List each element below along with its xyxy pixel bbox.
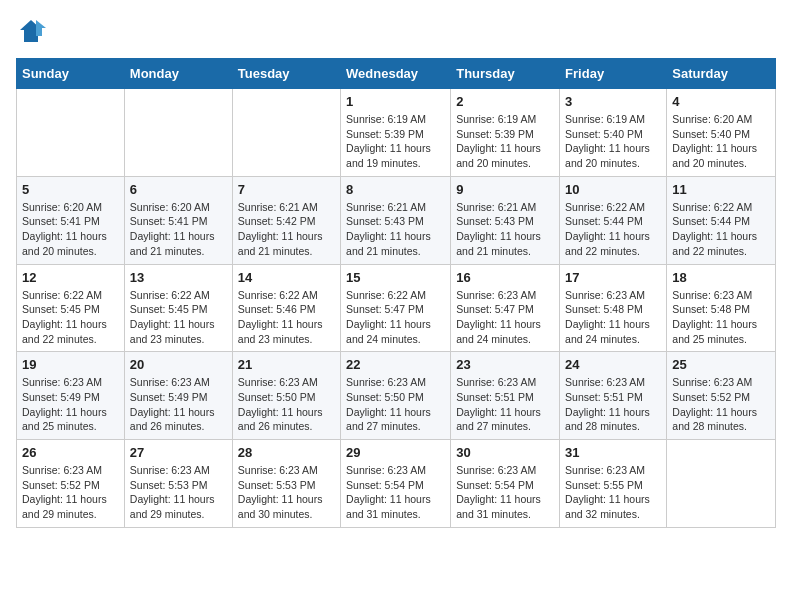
day-number: 25: [672, 357, 770, 372]
calendar-cell: 19Sunrise: 6:23 AM Sunset: 5:49 PM Dayli…: [17, 352, 125, 440]
day-number: 3: [565, 94, 661, 109]
calendar-cell: 31Sunrise: 6:23 AM Sunset: 5:55 PM Dayli…: [560, 440, 667, 528]
day-info: Sunrise: 6:23 AM Sunset: 5:53 PM Dayligh…: [130, 463, 227, 522]
day-number: 18: [672, 270, 770, 285]
calendar-cell: 14Sunrise: 6:22 AM Sunset: 5:46 PM Dayli…: [232, 264, 340, 352]
weekday-header-saturday: Saturday: [667, 59, 776, 89]
calendar-cell: 8Sunrise: 6:21 AM Sunset: 5:43 PM Daylig…: [341, 176, 451, 264]
day-number: 5: [22, 182, 119, 197]
calendar-cell: 10Sunrise: 6:22 AM Sunset: 5:44 PM Dayli…: [560, 176, 667, 264]
calendar-week-row: 12Sunrise: 6:22 AM Sunset: 5:45 PM Dayli…: [17, 264, 776, 352]
weekday-header-monday: Monday: [124, 59, 232, 89]
day-info: Sunrise: 6:23 AM Sunset: 5:48 PM Dayligh…: [565, 288, 661, 347]
weekday-header-wednesday: Wednesday: [341, 59, 451, 89]
day-info: Sunrise: 6:23 AM Sunset: 5:48 PM Dayligh…: [672, 288, 770, 347]
calendar-cell: 15Sunrise: 6:22 AM Sunset: 5:47 PM Dayli…: [341, 264, 451, 352]
day-info: Sunrise: 6:22 AM Sunset: 5:47 PM Dayligh…: [346, 288, 445, 347]
day-info: Sunrise: 6:23 AM Sunset: 5:55 PM Dayligh…: [565, 463, 661, 522]
day-number: 31: [565, 445, 661, 460]
day-number: 4: [672, 94, 770, 109]
calendar-cell: [17, 89, 125, 177]
calendar-cell: 27Sunrise: 6:23 AM Sunset: 5:53 PM Dayli…: [124, 440, 232, 528]
calendar-cell: 3Sunrise: 6:19 AM Sunset: 5:40 PM Daylig…: [560, 89, 667, 177]
day-number: 23: [456, 357, 554, 372]
weekday-header-friday: Friday: [560, 59, 667, 89]
day-info: Sunrise: 6:23 AM Sunset: 5:50 PM Dayligh…: [238, 375, 335, 434]
day-info: Sunrise: 6:23 AM Sunset: 5:52 PM Dayligh…: [672, 375, 770, 434]
day-number: 20: [130, 357, 227, 372]
day-info: Sunrise: 6:23 AM Sunset: 5:50 PM Dayligh…: [346, 375, 445, 434]
day-info: Sunrise: 6:21 AM Sunset: 5:42 PM Dayligh…: [238, 200, 335, 259]
calendar-cell: 22Sunrise: 6:23 AM Sunset: 5:50 PM Dayli…: [341, 352, 451, 440]
day-number: 6: [130, 182, 227, 197]
logo: [16, 16, 48, 46]
calendar-cell: 9Sunrise: 6:21 AM Sunset: 5:43 PM Daylig…: [451, 176, 560, 264]
calendar-cell: 20Sunrise: 6:23 AM Sunset: 5:49 PM Dayli…: [124, 352, 232, 440]
calendar-week-row: 26Sunrise: 6:23 AM Sunset: 5:52 PM Dayli…: [17, 440, 776, 528]
day-number: 21: [238, 357, 335, 372]
calendar-cell: [124, 89, 232, 177]
calendar-cell: 2Sunrise: 6:19 AM Sunset: 5:39 PM Daylig…: [451, 89, 560, 177]
calendar-cell: 11Sunrise: 6:22 AM Sunset: 5:44 PM Dayli…: [667, 176, 776, 264]
day-info: Sunrise: 6:20 AM Sunset: 5:41 PM Dayligh…: [130, 200, 227, 259]
day-info: Sunrise: 6:23 AM Sunset: 5:49 PM Dayligh…: [22, 375, 119, 434]
day-number: 28: [238, 445, 335, 460]
calendar-cell: 16Sunrise: 6:23 AM Sunset: 5:47 PM Dayli…: [451, 264, 560, 352]
calendar-cell: 5Sunrise: 6:20 AM Sunset: 5:41 PM Daylig…: [17, 176, 125, 264]
day-number: 30: [456, 445, 554, 460]
day-info: Sunrise: 6:23 AM Sunset: 5:51 PM Dayligh…: [456, 375, 554, 434]
calendar-cell: 21Sunrise: 6:23 AM Sunset: 5:50 PM Dayli…: [232, 352, 340, 440]
calendar-cell: 7Sunrise: 6:21 AM Sunset: 5:42 PM Daylig…: [232, 176, 340, 264]
day-number: 2: [456, 94, 554, 109]
day-number: 24: [565, 357, 661, 372]
calendar-cell: 29Sunrise: 6:23 AM Sunset: 5:54 PM Dayli…: [341, 440, 451, 528]
day-info: Sunrise: 6:23 AM Sunset: 5:47 PM Dayligh…: [456, 288, 554, 347]
calendar-cell: 1Sunrise: 6:19 AM Sunset: 5:39 PM Daylig…: [341, 89, 451, 177]
day-info: Sunrise: 6:23 AM Sunset: 5:54 PM Dayligh…: [456, 463, 554, 522]
day-number: 17: [565, 270, 661, 285]
day-number: 22: [346, 357, 445, 372]
calendar-week-row: 5Sunrise: 6:20 AM Sunset: 5:41 PM Daylig…: [17, 176, 776, 264]
calendar-cell: 18Sunrise: 6:23 AM Sunset: 5:48 PM Dayli…: [667, 264, 776, 352]
calendar-cell: 12Sunrise: 6:22 AM Sunset: 5:45 PM Dayli…: [17, 264, 125, 352]
day-info: Sunrise: 6:19 AM Sunset: 5:40 PM Dayligh…: [565, 112, 661, 171]
day-info: Sunrise: 6:23 AM Sunset: 5:54 PM Dayligh…: [346, 463, 445, 522]
calendar-table: SundayMondayTuesdayWednesdayThursdayFrid…: [16, 58, 776, 528]
day-number: 13: [130, 270, 227, 285]
day-number: 8: [346, 182, 445, 197]
calendar-week-row: 1Sunrise: 6:19 AM Sunset: 5:39 PM Daylig…: [17, 89, 776, 177]
day-info: Sunrise: 6:22 AM Sunset: 5:45 PM Dayligh…: [22, 288, 119, 347]
day-info: Sunrise: 6:23 AM Sunset: 5:53 PM Dayligh…: [238, 463, 335, 522]
day-number: 12: [22, 270, 119, 285]
day-info: Sunrise: 6:22 AM Sunset: 5:46 PM Dayligh…: [238, 288, 335, 347]
calendar-cell: 13Sunrise: 6:22 AM Sunset: 5:45 PM Dayli…: [124, 264, 232, 352]
day-number: 1: [346, 94, 445, 109]
day-number: 15: [346, 270, 445, 285]
day-number: 14: [238, 270, 335, 285]
day-info: Sunrise: 6:23 AM Sunset: 5:51 PM Dayligh…: [565, 375, 661, 434]
weekday-header-row: SundayMondayTuesdayWednesdayThursdayFrid…: [17, 59, 776, 89]
calendar-cell: [667, 440, 776, 528]
calendar-cell: 6Sunrise: 6:20 AM Sunset: 5:41 PM Daylig…: [124, 176, 232, 264]
day-info: Sunrise: 6:19 AM Sunset: 5:39 PM Dayligh…: [346, 112, 445, 171]
day-info: Sunrise: 6:19 AM Sunset: 5:39 PM Dayligh…: [456, 112, 554, 171]
day-info: Sunrise: 6:23 AM Sunset: 5:49 PM Dayligh…: [130, 375, 227, 434]
calendar-cell: 24Sunrise: 6:23 AM Sunset: 5:51 PM Dayli…: [560, 352, 667, 440]
calendar-cell: 25Sunrise: 6:23 AM Sunset: 5:52 PM Dayli…: [667, 352, 776, 440]
day-info: Sunrise: 6:21 AM Sunset: 5:43 PM Dayligh…: [456, 200, 554, 259]
svg-marker-1: [36, 20, 46, 36]
calendar-cell: 17Sunrise: 6:23 AM Sunset: 5:48 PM Dayli…: [560, 264, 667, 352]
day-number: 7: [238, 182, 335, 197]
calendar-cell: 30Sunrise: 6:23 AM Sunset: 5:54 PM Dayli…: [451, 440, 560, 528]
day-info: Sunrise: 6:23 AM Sunset: 5:52 PM Dayligh…: [22, 463, 119, 522]
day-number: 29: [346, 445, 445, 460]
day-number: 19: [22, 357, 119, 372]
calendar-cell: [232, 89, 340, 177]
calendar-cell: 26Sunrise: 6:23 AM Sunset: 5:52 PM Dayli…: [17, 440, 125, 528]
day-info: Sunrise: 6:20 AM Sunset: 5:40 PM Dayligh…: [672, 112, 770, 171]
day-number: 16: [456, 270, 554, 285]
calendar-cell: 28Sunrise: 6:23 AM Sunset: 5:53 PM Dayli…: [232, 440, 340, 528]
weekday-header-tuesday: Tuesday: [232, 59, 340, 89]
day-number: 26: [22, 445, 119, 460]
page-header: [16, 16, 776, 46]
